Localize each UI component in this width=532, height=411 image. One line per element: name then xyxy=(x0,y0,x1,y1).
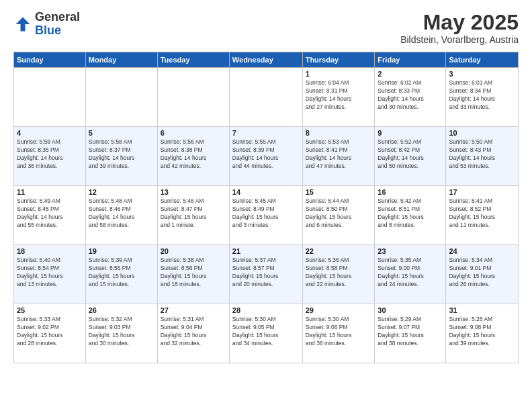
day-number: 3 xyxy=(449,70,515,78)
day-number: 29 xyxy=(306,306,372,314)
day-info: Sunrise: 5:36 AM Sunset: 8:58 PM Dayligh… xyxy=(306,257,372,289)
logo-blue: Blue xyxy=(35,24,80,38)
day-number: 5 xyxy=(89,129,154,137)
day-number: 25 xyxy=(17,306,83,314)
calendar-table: Sunday Monday Tuesday Wednesday Thursday… xyxy=(13,52,519,363)
table-row xyxy=(14,68,86,127)
day-info: Sunrise: 5:28 AM Sunset: 9:08 PM Dayligh… xyxy=(449,316,515,348)
page: General Blue May 2025 Bildstein, Vorarlb… xyxy=(0,0,532,411)
table-row: 5Sunrise: 5:58 AM Sunset: 8:37 PM Daylig… xyxy=(85,127,157,186)
header: General Blue May 2025 Bildstein, Vorarlb… xyxy=(13,11,519,45)
day-info: Sunrise: 5:59 AM Sunset: 8:35 PM Dayligh… xyxy=(17,138,83,171)
logo-general: General xyxy=(35,11,80,24)
table-row: 1Sunrise: 6:04 AM Sunset: 8:31 PM Daylig… xyxy=(302,68,375,127)
day-info: Sunrise: 5:30 AM Sunset: 9:05 PM Dayligh… xyxy=(232,316,300,348)
day-info: Sunrise: 5:37 AM Sunset: 8:57 PM Dayligh… xyxy=(232,257,300,289)
day-number: 7 xyxy=(232,129,300,137)
table-row: 27Sunrise: 5:31 AM Sunset: 9:04 PM Dayli… xyxy=(157,304,229,363)
day-number: 4 xyxy=(17,129,83,137)
calendar-week-2: 4Sunrise: 5:59 AM Sunset: 8:35 PM Daylig… xyxy=(14,127,519,186)
calendar-week-5: 25Sunrise: 5:33 AM Sunset: 9:02 PM Dayli… xyxy=(14,304,519,363)
day-info: Sunrise: 5:58 AM Sunset: 8:37 PM Dayligh… xyxy=(89,138,154,171)
day-number: 11 xyxy=(17,188,83,196)
table-row: 6Sunrise: 5:56 AM Sunset: 8:38 PM Daylig… xyxy=(157,127,229,186)
table-row: 30Sunrise: 5:29 AM Sunset: 9:07 PM Dayli… xyxy=(375,304,446,363)
day-info: Sunrise: 5:46 AM Sunset: 8:47 PM Dayligh… xyxy=(161,197,226,230)
day-number: 18 xyxy=(17,247,83,255)
table-row: 22Sunrise: 5:36 AM Sunset: 8:58 PM Dayli… xyxy=(302,245,375,304)
title-block: May 2025 Bildstein, Vorarlberg, Austria xyxy=(400,11,519,45)
table-row: 24Sunrise: 5:34 AM Sunset: 9:01 PM Dayli… xyxy=(446,245,519,304)
day-info: Sunrise: 5:31 AM Sunset: 9:04 PM Dayligh… xyxy=(161,316,226,348)
day-info: Sunrise: 5:32 AM Sunset: 9:03 PM Dayligh… xyxy=(89,316,154,348)
month-title: May 2025 xyxy=(400,11,519,34)
day-number: 9 xyxy=(378,129,443,137)
day-info: Sunrise: 5:45 AM Sunset: 8:49 PM Dayligh… xyxy=(232,197,300,230)
col-friday: Friday xyxy=(375,52,446,68)
table-row: 20Sunrise: 5:38 AM Sunset: 8:56 PM Dayli… xyxy=(157,245,229,304)
table-row: 28Sunrise: 5:30 AM Sunset: 9:05 PM Dayli… xyxy=(229,304,302,363)
calendar-week-3: 11Sunrise: 5:49 AM Sunset: 8:45 PM Dayli… xyxy=(14,186,519,245)
day-info: Sunrise: 5:49 AM Sunset: 8:45 PM Dayligh… xyxy=(17,197,83,230)
day-number: 31 xyxy=(449,306,515,314)
table-row: 10Sunrise: 5:50 AM Sunset: 8:43 PM Dayli… xyxy=(446,127,519,186)
day-number: 16 xyxy=(378,188,443,196)
day-info: Sunrise: 5:40 AM Sunset: 8:54 PM Dayligh… xyxy=(17,257,83,289)
col-monday: Monday xyxy=(85,52,157,68)
day-number: 1 xyxy=(306,70,372,78)
day-info: Sunrise: 5:35 AM Sunset: 9:00 PM Dayligh… xyxy=(378,257,443,289)
day-number: 12 xyxy=(89,188,154,196)
day-info: Sunrise: 5:44 AM Sunset: 8:50 PM Dayligh… xyxy=(306,197,372,230)
day-number: 21 xyxy=(232,247,300,255)
table-row: 18Sunrise: 5:40 AM Sunset: 8:54 PM Dayli… xyxy=(14,245,86,304)
day-number: 2 xyxy=(378,70,443,78)
logo-text: General Blue xyxy=(35,11,80,38)
table-row: 12Sunrise: 5:48 AM Sunset: 8:46 PM Dayli… xyxy=(85,186,157,245)
day-info: Sunrise: 5:53 AM Sunset: 8:41 PM Dayligh… xyxy=(306,138,372,171)
table-row: 21Sunrise: 5:37 AM Sunset: 8:57 PM Dayli… xyxy=(229,245,302,304)
day-number: 22 xyxy=(306,247,372,255)
table-row: 7Sunrise: 5:55 AM Sunset: 8:39 PM Daylig… xyxy=(229,127,302,186)
day-info: Sunrise: 5:41 AM Sunset: 8:52 PM Dayligh… xyxy=(449,197,515,230)
col-thursday: Thursday xyxy=(302,52,375,68)
col-wednesday: Wednesday xyxy=(229,52,302,68)
day-info: Sunrise: 5:56 AM Sunset: 8:38 PM Dayligh… xyxy=(161,138,226,171)
table-row: 25Sunrise: 5:33 AM Sunset: 9:02 PM Dayli… xyxy=(14,304,86,363)
day-number: 15 xyxy=(306,188,372,196)
day-info: Sunrise: 5:42 AM Sunset: 8:51 PM Dayligh… xyxy=(378,197,443,230)
day-info: Sunrise: 5:29 AM Sunset: 9:07 PM Dayligh… xyxy=(378,316,443,348)
table-row: 19Sunrise: 5:39 AM Sunset: 8:55 PM Dayli… xyxy=(85,245,157,304)
day-number: 30 xyxy=(378,306,443,314)
table-row xyxy=(85,68,157,127)
day-number: 20 xyxy=(161,247,226,255)
day-number: 24 xyxy=(449,247,515,255)
table-row: 23Sunrise: 5:35 AM Sunset: 9:00 PM Dayli… xyxy=(375,245,446,304)
svg-marker-0 xyxy=(16,17,30,31)
day-info: Sunrise: 5:50 AM Sunset: 8:43 PM Dayligh… xyxy=(449,138,515,171)
table-row xyxy=(229,68,302,127)
day-info: Sunrise: 5:34 AM Sunset: 9:01 PM Dayligh… xyxy=(449,257,515,289)
table-row: 11Sunrise: 5:49 AM Sunset: 8:45 PM Dayli… xyxy=(14,186,86,245)
table-row: 14Sunrise: 5:45 AM Sunset: 8:49 PM Dayli… xyxy=(229,186,302,245)
table-row: 29Sunrise: 5:30 AM Sunset: 9:06 PM Dayli… xyxy=(302,304,375,363)
table-row: 16Sunrise: 5:42 AM Sunset: 8:51 PM Dayli… xyxy=(375,186,446,245)
col-sunday: Sunday xyxy=(14,52,86,68)
table-row: 8Sunrise: 5:53 AM Sunset: 8:41 PM Daylig… xyxy=(302,127,375,186)
day-number: 23 xyxy=(378,247,443,255)
table-row: 26Sunrise: 5:32 AM Sunset: 9:03 PM Dayli… xyxy=(85,304,157,363)
table-row: 2Sunrise: 6:02 AM Sunset: 8:33 PM Daylig… xyxy=(375,68,446,127)
day-number: 8 xyxy=(306,129,372,137)
day-number: 10 xyxy=(449,129,515,137)
day-info: Sunrise: 5:52 AM Sunset: 8:42 PM Dayligh… xyxy=(378,138,443,171)
day-info: Sunrise: 6:04 AM Sunset: 8:31 PM Dayligh… xyxy=(306,79,372,111)
logo-icon xyxy=(13,15,32,34)
day-number: 6 xyxy=(161,129,226,137)
calendar-week-4: 18Sunrise: 5:40 AM Sunset: 8:54 PM Dayli… xyxy=(14,245,519,304)
col-saturday: Saturday xyxy=(446,52,519,68)
table-row: 17Sunrise: 5:41 AM Sunset: 8:52 PM Dayli… xyxy=(446,186,519,245)
table-row: 15Sunrise: 5:44 AM Sunset: 8:50 PM Dayli… xyxy=(302,186,375,245)
day-info: Sunrise: 5:39 AM Sunset: 8:55 PM Dayligh… xyxy=(89,257,154,289)
day-number: 27 xyxy=(161,306,226,314)
table-row: 3Sunrise: 6:01 AM Sunset: 8:34 PM Daylig… xyxy=(446,68,519,127)
header-row: Sunday Monday Tuesday Wednesday Thursday… xyxy=(14,52,519,68)
